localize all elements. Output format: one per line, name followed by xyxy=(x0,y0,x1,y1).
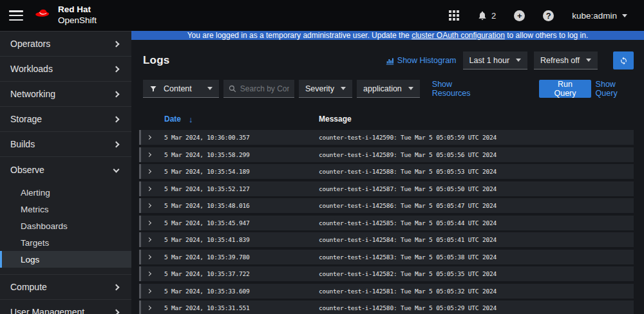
expand-chevron-icon[interactable] xyxy=(141,238,164,241)
log-date: 5 Mar 2024, 10:35:48.016 xyxy=(164,202,319,209)
log-date: 5 Mar 2024, 10:35:39.780 xyxy=(164,254,319,261)
log-message: counter-test-i-142582: Tue Mar 5 05:05:3… xyxy=(319,270,497,277)
expand-chevron-icon[interactable] xyxy=(141,272,164,275)
chevron-right-icon xyxy=(113,91,120,97)
date-column-header[interactable]: Date ↓ xyxy=(164,115,319,124)
refresh-interval-value: Refresh off xyxy=(540,56,580,65)
sidebar-item-label: Operators xyxy=(10,39,50,49)
run-query-button[interactable]: Run Query xyxy=(539,80,591,98)
brand-line2: OpenShift xyxy=(58,15,97,25)
notification-count: 2 xyxy=(491,11,496,21)
log-date: 5 Mar 2024, 10:35:31.551 xyxy=(164,304,319,311)
log-row[interactable]: 5 Mar 2024, 10:35:58.299 counter-test-i-… xyxy=(139,147,634,162)
sidebar-subitem-dashboards[interactable]: Dashboards xyxy=(0,217,131,234)
sidebar-subitem-alerting[interactable]: Alerting xyxy=(0,184,131,201)
log-message: counter-test-i-142589: Tue Mar 5 05:05:5… xyxy=(319,151,497,158)
log-date: 5 Mar 2024, 10:35:41.839 xyxy=(164,236,319,243)
expand-chevron-icon[interactable] xyxy=(141,187,164,190)
sidebar-subitem-logs-active[interactable]: Logs xyxy=(0,251,131,268)
sidebar-item-user-management[interactable]: User Management xyxy=(0,300,131,314)
sidebar-item-observe[interactable]: Observe xyxy=(0,157,131,182)
bell-icon xyxy=(477,10,488,21)
log-row[interactable]: 5 Mar 2024, 10:35:54.189 counter-test-i-… xyxy=(139,164,634,179)
login-banner: You are logged in as a temporary adminis… xyxy=(131,31,644,40)
sidebar-subitem-label: Alerting xyxy=(21,188,50,198)
log-row[interactable]: 5 Mar 2024, 10:35:37.722 counter-test-i-… xyxy=(139,266,634,281)
log-row[interactable]: 5 Mar 2024, 10:35:45.947 counter-test-i-… xyxy=(139,216,634,230)
sidebar-item-workloads[interactable]: Workloads xyxy=(0,57,131,82)
show-resources-link[interactable]: Show Resources xyxy=(432,80,485,98)
chevron-right-icon xyxy=(113,66,120,72)
sort-descending-icon[interactable]: ↓ xyxy=(189,115,193,124)
sidebar-item-networking[interactable]: Networking xyxy=(0,82,131,107)
expand-chevron-icon[interactable] xyxy=(141,204,164,207)
log-message: counter-test-i-142588: Tue Mar 5 05:05:5… xyxy=(319,168,497,175)
banner-text: You are logged in as a temporary adminis… xyxy=(187,31,412,40)
log-row[interactable]: 5 Mar 2024, 10:35:39.780 counter-test-i-… xyxy=(139,250,634,264)
sidebar-item-label: Networking xyxy=(10,89,55,99)
tenant-dropdown[interactable]: application xyxy=(357,80,420,98)
log-date: 5 Mar 2024, 10:35:58.299 xyxy=(164,151,319,158)
sidebar-item-label: Storage xyxy=(10,114,42,124)
sidebar-item-storage[interactable]: Storage xyxy=(0,107,131,132)
log-row[interactable]: 5 Mar 2024, 10:35:41.839 counter-test-i-… xyxy=(139,232,634,247)
expand-chevron-icon[interactable] xyxy=(141,170,164,173)
expand-chevron-icon[interactable] xyxy=(141,290,164,293)
log-date: 5 Mar 2024, 10:35:45.947 xyxy=(164,219,319,226)
chevron-down-icon xyxy=(516,59,521,62)
show-query-link[interactable]: Show Query xyxy=(596,80,634,98)
app-launcher-icon[interactable] xyxy=(449,10,459,21)
user-menu[interactable]: kube:admin xyxy=(572,11,627,21)
severity-dropdown[interactable]: Severity xyxy=(299,80,352,98)
log-table: Date ↓ Message 5 Mar 2024, 10:36:00.357 … xyxy=(139,113,634,314)
date-column-label: Date xyxy=(164,115,181,124)
log-date: 5 Mar 2024, 10:36:00.357 xyxy=(164,134,319,141)
help-icon[interactable]: ? xyxy=(543,10,554,21)
chevron-right-icon xyxy=(113,141,120,147)
chevron-down-icon xyxy=(113,167,120,173)
log-row[interactable]: 5 Mar 2024, 10:35:33.609 counter-test-i-… xyxy=(139,284,634,299)
expand-chevron-icon[interactable] xyxy=(141,221,164,225)
notifications-button[interactable]: 2 xyxy=(477,10,496,21)
redhat-fedora-icon xyxy=(33,6,53,25)
sync-icon xyxy=(620,57,628,65)
nav-toggle-icon[interactable] xyxy=(9,10,23,21)
sidebar-subitem-targets[interactable]: Targets xyxy=(0,234,131,251)
chevron-right-icon xyxy=(113,284,120,290)
time-range-dropdown[interactable]: Last 1 hour xyxy=(463,51,528,69)
observe-submenu: Alerting Metrics Dashboards Targets Logs xyxy=(0,182,131,275)
sidebar-subitem-metrics[interactable]: Metrics xyxy=(0,201,131,217)
page-title: Logs xyxy=(143,54,169,67)
log-row[interactable]: 5 Mar 2024, 10:35:52.127 counter-test-i-… xyxy=(139,181,634,196)
add-plus-icon[interactable]: + xyxy=(514,10,525,21)
filter-funnel-icon xyxy=(149,85,157,93)
sidebar-item-operators[interactable]: Operators xyxy=(0,32,131,57)
chevron-down-icon xyxy=(586,59,591,62)
expand-chevron-icon[interactable] xyxy=(141,136,164,139)
sidebar-subitem-label: Logs xyxy=(21,255,39,264)
filter-attribute-dropdown[interactable]: Content xyxy=(143,80,219,98)
show-histogram-link[interactable]: Show Histogram xyxy=(386,56,457,65)
log-row[interactable]: 5 Mar 2024, 10:36:00.357 counter-test-i-… xyxy=(139,130,634,145)
sidebar-item-compute[interactable]: Compute xyxy=(0,275,131,300)
expand-chevron-icon[interactable] xyxy=(141,255,164,259)
severity-value: Severity xyxy=(305,84,334,93)
brand-logo: Red Hat OpenShift xyxy=(33,5,97,26)
cluster-oauth-config-link[interactable]: cluster OAuth configuration xyxy=(412,31,505,40)
log-message: counter-test-i-142586: Tue Mar 5 05:05:4… xyxy=(319,202,497,209)
refresh-interval-dropdown[interactable]: Refresh off xyxy=(534,51,598,69)
log-message: counter-test-i-142580: Tue Mar 5 05:05:2… xyxy=(319,304,497,311)
search-input[interactable] xyxy=(240,84,289,93)
masthead: Red Hat OpenShift 2 + ? kube:admin xyxy=(0,0,644,31)
search-icon xyxy=(229,85,236,93)
log-message: counter-test-i-142583: Tue Mar 5 05:05:3… xyxy=(319,254,497,261)
log-row[interactable]: 5 Mar 2024, 10:35:48.016 counter-test-i-… xyxy=(139,198,634,213)
expand-chevron-icon[interactable] xyxy=(141,153,164,156)
sidebar-subitem-label: Dashboards xyxy=(21,221,68,231)
log-row[interactable]: 5 Mar 2024, 10:35:31.551 counter-test-i-… xyxy=(139,300,634,314)
log-date: 5 Mar 2024, 10:35:54.189 xyxy=(164,168,319,175)
sidebar-item-builds[interactable]: Builds xyxy=(0,132,131,157)
expand-chevron-icon[interactable] xyxy=(141,306,164,309)
page-header: Logs Show Histogram Last 1 hour Refresh … xyxy=(131,40,644,78)
refresh-button[interactable] xyxy=(613,51,634,69)
